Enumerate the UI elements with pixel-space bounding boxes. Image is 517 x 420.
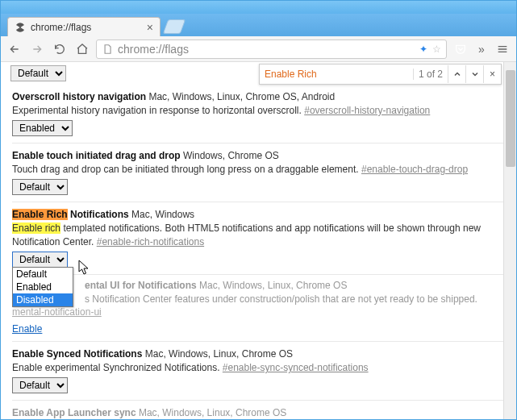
flag-select[interactable]: Enabled bbox=[12, 120, 73, 136]
pocket-icon[interactable] bbox=[452, 40, 469, 58]
new-tab-button[interactable] bbox=[163, 19, 186, 34]
back-button[interactable] bbox=[6, 40, 23, 58]
page-content: 1 of 2 × Default Overscroll history navi… bbox=[1, 62, 516, 420]
flag-hash-link[interactable]: mental-notification-ui bbox=[12, 306, 102, 318]
flag-touch-drag: Enable touch initiated drag and drop Win… bbox=[12, 143, 505, 202]
flag-hash-link[interactable]: #overscroll-history-navigation bbox=[304, 105, 430, 116]
flag-platforms: Mac, Windows, Linux, Chrome OS bbox=[145, 348, 293, 360]
flag-select[interactable]: Default bbox=[12, 179, 68, 195]
enable-link[interactable]: Enable bbox=[12, 323, 42, 335]
flag-app-launcher-sync: Enable App Launcher sync Mac, Windows, L… bbox=[12, 401, 505, 420]
flag-title: Overscroll history navigation bbox=[12, 91, 146, 102]
select-dropdown: Default Enabled Disabled bbox=[12, 267, 73, 307]
flag-desc: s Notification Center features under con… bbox=[85, 293, 477, 305]
find-bar: 1 of 2 × bbox=[259, 64, 502, 85]
option-default[interactable]: Default bbox=[13, 268, 73, 281]
find-close-button[interactable]: × bbox=[483, 65, 501, 83]
flag-platforms: Windows, Chrome OS bbox=[183, 150, 279, 161]
radiation-icon bbox=[15, 22, 26, 33]
flag-desc: Touch drag and drop can be initiated thr… bbox=[12, 164, 359, 175]
flag-title: Enable touch initiated drag and drop bbox=[12, 150, 181, 161]
flag-platforms: Mac, Windows, Linux, Chrome OS, Android bbox=[148, 91, 335, 102]
forward-button[interactable] bbox=[28, 40, 46, 58]
close-icon[interactable]: × bbox=[147, 21, 153, 34]
extensions-chevron-icon[interactable]: » bbox=[473, 40, 490, 58]
option-disabled[interactable]: Disabled bbox=[13, 293, 73, 306]
flag-desc: Enable experimental Synchronized Notific… bbox=[12, 362, 219, 373]
window-titlebar bbox=[1, 1, 516, 14]
home-button[interactable] bbox=[73, 40, 91, 58]
highlight-match: Enable Rich bbox=[12, 209, 68, 220]
flag-title: ental UI for Notifications bbox=[85, 280, 197, 291]
top-select[interactable]: Default bbox=[10, 65, 66, 81]
browser-tab[interactable]: chrome://flags × bbox=[7, 17, 161, 36]
flag-desc: Experimental history navigation in respo… bbox=[12, 105, 302, 116]
url-text: chrome://flags bbox=[118, 43, 189, 56]
extension-icon[interactable]: ✦ bbox=[419, 44, 427, 55]
page-icon bbox=[102, 44, 113, 55]
flag-platforms: Mac, Windows, Linux, Chrome OS bbox=[199, 280, 347, 291]
address-bar[interactable]: chrome://flags ✦ ☆ bbox=[96, 40, 447, 59]
mouse-cursor-icon bbox=[78, 260, 91, 276]
highlight-match: Enable rich bbox=[12, 222, 60, 234]
flag-select[interactable]: Default bbox=[12, 252, 68, 268]
bookmark-star-icon[interactable]: ☆ bbox=[432, 44, 441, 55]
flag-platforms: Mac, Windows, Linux, Chrome OS bbox=[139, 407, 286, 418]
flag-title: Enable App Launcher sync bbox=[12, 407, 136, 418]
flag-platforms: Mac, Windows bbox=[131, 209, 194, 220]
flag-hash-link[interactable]: #enable-sync-synced-notifications bbox=[223, 362, 369, 373]
find-next-button[interactable] bbox=[465, 65, 483, 83]
find-count: 1 of 2 bbox=[413, 69, 448, 80]
option-enabled[interactable]: Enabled bbox=[13, 281, 73, 293]
menu-icon[interactable] bbox=[494, 40, 511, 58]
find-input[interactable] bbox=[260, 67, 413, 81]
toolbar: chrome://flags ✦ ☆ » bbox=[1, 36, 516, 62]
tab-strip: chrome://flags × bbox=[1, 14, 516, 36]
reload-button[interactable] bbox=[51, 40, 69, 58]
flag-hash-link[interactable]: #enable-rich-notifications bbox=[97, 236, 204, 247]
flag-hash-link[interactable]: #enable-touch-drag-drop bbox=[361, 164, 468, 175]
flag-synced-notifications: Enable Synced Notifications Mac, Windows… bbox=[12, 342, 505, 401]
flag-title: Enable Synced Notifications bbox=[12, 348, 142, 360]
find-prev-button[interactable] bbox=[448, 65, 465, 83]
tab-title: chrome://flags bbox=[31, 22, 91, 33]
scrollbar-thumb[interactable] bbox=[506, 70, 515, 167]
flag-overscroll: Overscroll history navigation Mac, Windo… bbox=[12, 85, 505, 143]
flag-select[interactable]: Default bbox=[12, 377, 68, 393]
vertical-scrollbar[interactable] bbox=[503, 62, 516, 420]
